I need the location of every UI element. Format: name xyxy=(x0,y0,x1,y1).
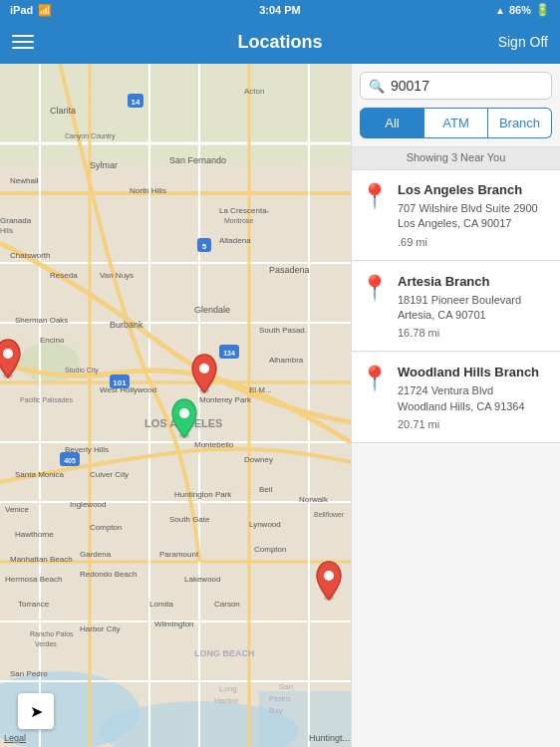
svg-text:Hills: Hills xyxy=(0,227,14,234)
svg-text:Montebello: Montebello xyxy=(194,440,234,449)
location-icon: ▲ xyxy=(495,5,505,16)
status-bar: iPad 📶 3:04 PM ▲ 86% 🔋 xyxy=(0,0,560,20)
compass-icon: ➤ xyxy=(30,702,43,721)
svg-text:Manhattan Beach: Manhattan Beach xyxy=(10,555,73,564)
svg-text:San: San xyxy=(279,682,293,691)
svg-text:Carson: Carson xyxy=(214,600,240,609)
svg-text:San Fernando: San Fernando xyxy=(169,155,226,165)
svg-text:Compton: Compton xyxy=(254,545,286,554)
svg-text:Norwalk: Norwalk xyxy=(299,495,329,504)
svg-text:Compton: Compton xyxy=(90,523,122,532)
svg-text:Studio City: Studio City xyxy=(65,367,99,374)
svg-text:Wilmington: Wilmington xyxy=(154,620,194,628)
svg-text:Bay: Bay xyxy=(269,706,283,715)
sign-off-button[interactable]: Sign Off xyxy=(498,34,548,50)
map-area[interactable]: 14 5 101 405 134 Clarita Canyon Country … xyxy=(0,64,351,747)
svg-text:El M...: El M... xyxy=(249,385,272,394)
status-left: iPad 📶 xyxy=(10,4,52,17)
svg-text:Harbor: Harbor xyxy=(214,696,239,705)
search-input-wrapper: 🔍 xyxy=(360,72,552,100)
right-panel: 🔍 All ATM Branch Showing 3 Near You 📍 Lo… xyxy=(351,64,560,747)
search-input[interactable] xyxy=(391,78,543,94)
svg-text:Pacific Palisades: Pacific Palisades xyxy=(20,396,73,403)
svg-text:Sylmar: Sylmar xyxy=(90,160,118,170)
svg-text:Montrose: Montrose xyxy=(224,217,253,224)
filter-branch-button[interactable]: Branch xyxy=(488,108,552,138)
svg-text:Acton: Acton xyxy=(244,87,264,96)
page-title: Locations xyxy=(237,32,322,53)
compass-button[interactable]: ➤ xyxy=(18,693,54,729)
filter-atm-button[interactable]: ATM xyxy=(424,108,488,138)
svg-text:Huntingt...: Huntingt... xyxy=(309,733,350,743)
location-distance: 20.71 mi xyxy=(398,418,552,430)
list-item[interactable]: 📍 Woodland Hills Branch 21724 Ventura Bl… xyxy=(352,353,560,443)
location-name: Woodland Hills Branch xyxy=(398,365,552,381)
svg-text:Burbank: Burbank xyxy=(110,320,143,330)
status-right: ▲ 86% 🔋 xyxy=(495,3,550,17)
location-info: Los Angeles Branch 707 Wilshire Blvd Sui… xyxy=(398,182,552,248)
battery-pct: 86% xyxy=(509,4,531,16)
svg-text:Clarita: Clarita xyxy=(50,106,76,116)
svg-text:Santa Monica: Santa Monica xyxy=(15,470,64,479)
svg-text:Long: Long xyxy=(219,684,237,693)
svg-text:South Gate: South Gate xyxy=(169,515,210,524)
svg-text:Canyon Country: Canyon Country xyxy=(65,132,116,140)
showing-text: Showing 3 Near You xyxy=(352,146,560,170)
svg-text:Altadena: Altadena xyxy=(219,236,251,245)
svg-text:Inglewood: Inglewood xyxy=(70,500,106,509)
svg-text:West Hollywood: West Hollywood xyxy=(100,385,156,394)
svg-text:Bell: Bell xyxy=(259,485,273,494)
svg-text:Newhall: Newhall xyxy=(10,176,39,185)
location-address: 707 Wilshire Blvd Suite 2900 Los Angeles… xyxy=(398,201,552,232)
svg-text:Venice: Venice xyxy=(5,505,30,514)
filter-all-button[interactable]: All xyxy=(360,108,424,138)
menu-button[interactable] xyxy=(12,28,40,56)
location-pin: 📍 xyxy=(360,184,390,208)
svg-text:134: 134 xyxy=(223,350,235,357)
legal-link[interactable]: Legal xyxy=(4,733,26,743)
map-svg: 14 5 101 405 134 Clarita Canyon Country … xyxy=(0,64,351,747)
svg-text:Pasadena: Pasadena xyxy=(269,265,310,275)
svg-text:Van Nuys: Van Nuys xyxy=(100,271,134,280)
status-time: 3:04 PM xyxy=(259,4,301,16)
list-item[interactable]: 📍 Los Angeles Branch 707 Wilshire Blvd S… xyxy=(352,170,560,261)
svg-text:Culver City: Culver City xyxy=(90,470,129,479)
svg-text:La Crescenta-: La Crescenta- xyxy=(219,206,270,215)
svg-text:LONG BEACH: LONG BEACH xyxy=(194,648,255,658)
svg-text:Hermosa Beach: Hermosa Beach xyxy=(5,575,62,584)
svg-text:Gardena: Gardena xyxy=(80,550,112,559)
svg-text:Rancho Palos: Rancho Palos xyxy=(30,630,74,637)
svg-text:Lynwood: Lynwood xyxy=(249,520,281,529)
svg-text:5: 5 xyxy=(202,242,207,251)
main-layout: 14 5 101 405 134 Clarita Canyon Country … xyxy=(0,64,560,747)
svg-text:Bellflower: Bellflower xyxy=(314,511,345,518)
svg-text:Granada: Granada xyxy=(0,216,32,225)
search-box: 🔍 xyxy=(352,64,560,108)
location-name: Los Angeles Branch xyxy=(398,182,552,199)
location-distance: 16.78 mi xyxy=(398,327,552,339)
svg-text:Huntington Park: Huntington Park xyxy=(174,490,232,499)
location-info: Artesia Branch 18191 Pioneer Boulevard A… xyxy=(398,274,552,340)
svg-text:Verdes: Verdes xyxy=(35,640,57,647)
svg-text:Torrance: Torrance xyxy=(18,600,50,609)
carrier-label: iPad xyxy=(10,4,33,16)
svg-text:Hawthorne: Hawthorne xyxy=(15,530,54,539)
location-pin: 📍 xyxy=(360,367,390,390)
list-item[interactable]: 📍 Artesia Branch 18191 Pioneer Boulevard… xyxy=(352,262,560,353)
search-icon: 🔍 xyxy=(369,79,385,94)
svg-text:Glendale: Glendale xyxy=(194,305,230,315)
svg-text:Reseda: Reseda xyxy=(50,271,78,280)
location-address: 18191 Pioneer Boulevard Artesia, CA 9070… xyxy=(398,293,552,324)
svg-text:Sherman Oaks: Sherman Oaks xyxy=(15,316,68,325)
svg-text:Paramount: Paramount xyxy=(159,550,199,559)
svg-text:San Pedro: San Pedro xyxy=(10,669,48,678)
svg-point-102 xyxy=(324,571,334,581)
svg-text:South Pasad.: South Pasad. xyxy=(259,326,307,335)
svg-text:14: 14 xyxy=(132,98,140,107)
svg-point-104 xyxy=(3,349,13,359)
svg-point-98 xyxy=(179,408,189,418)
battery-icon: 🔋 xyxy=(535,3,550,17)
location-pin: 📍 xyxy=(360,276,390,300)
svg-text:Chatsworth: Chatsworth xyxy=(10,251,50,260)
svg-text:Lomita: Lomita xyxy=(149,600,174,609)
